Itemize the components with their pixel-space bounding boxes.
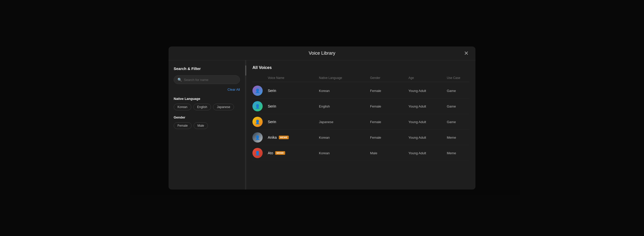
modal-title: Voice Library: [309, 51, 335, 56]
gender-cell: Female: [370, 120, 408, 124]
avatar: 👤: [252, 148, 268, 158]
age-value: Young Adult: [408, 136, 426, 139]
meme-badge: MEME: [279, 136, 289, 139]
voice-name-cell: Serin: [268, 89, 319, 93]
avatar-image: 👤: [252, 86, 263, 96]
gender-filter: Gender Female Male: [174, 115, 240, 129]
voice-name: Serin: [268, 120, 276, 124]
scroll-divider: [245, 60, 246, 190]
main-content: All Voices Voice Name Native Language Ge…: [246, 60, 475, 190]
native-language-cell: Korean: [319, 88, 370, 93]
native-language-value: Korean: [319, 89, 330, 93]
native-language-filter: Native Language Korean English Japanese: [174, 97, 240, 110]
gender-label: Gender: [174, 115, 240, 119]
gender-cell: Female: [370, 88, 408, 93]
gender-value: Female: [370, 120, 381, 124]
use-case-cell: Game: [447, 120, 475, 124]
avatar-image: 👤: [252, 101, 263, 111]
avatar-image: 👤: [252, 117, 263, 127]
age-value: Young Adult: [408, 89, 426, 93]
sidebar-title: Search & Filter: [174, 66, 240, 71]
section-title: All Voices: [252, 65, 469, 70]
scroll-thumb: [245, 65, 246, 76]
modal-body: Search & Filter 🔍 Clear All Native Langu…: [169, 60, 475, 190]
gender-value: Female: [370, 136, 381, 139]
use-case-cell: Meme: [447, 135, 475, 140]
use-case-cell: Game: [447, 88, 475, 93]
col-gender: Gender: [370, 76, 408, 80]
modal-overlay: Voice Library ✕ Search & Filter 🔍 Clear …: [0, 0, 644, 236]
age-value: Young Adult: [408, 151, 426, 155]
native-language-cell: Korean: [319, 135, 370, 140]
table-row: 👤 Serin Korean Female Young Adult: [252, 83, 469, 99]
voice-name: Serin: [268, 89, 276, 93]
avatar: 👤: [252, 101, 268, 111]
tag-female[interactable]: Female: [174, 122, 192, 129]
col-native-language: Native Language: [319, 76, 370, 80]
use-case-value: Game: [447, 104, 456, 108]
voice-name: Ato: [268, 151, 273, 155]
native-language-cell: Japanese: [319, 120, 370, 124]
sidebar: Search & Filter 🔍 Clear All Native Langu…: [169, 60, 245, 190]
use-case-value: Game: [447, 120, 456, 124]
gender-cell: Male: [370, 151, 408, 155]
native-language-value: Korean: [319, 136, 330, 139]
table-row: 👤 Ato MEME Korean Male Young Adult: [252, 145, 469, 161]
age-cell: Young Adult: [408, 135, 447, 140]
clear-all-container: Clear All: [174, 87, 240, 92]
voice-library-modal: Voice Library ✕ Search & Filter 🔍 Clear …: [169, 46, 475, 190]
search-input[interactable]: [184, 78, 236, 82]
age-cell: Young Adult: [408, 120, 447, 124]
table-row: 👤 Serin English Female Young Adult: [252, 99, 469, 114]
table-row: 👤 Serin Japanese Female Young Adult: [252, 114, 469, 130]
search-box: 🔍: [174, 75, 240, 84]
avatar-image: 👤: [252, 132, 263, 143]
modal-header: Voice Library ✕: [169, 46, 475, 60]
clear-all-button[interactable]: Clear All: [228, 88, 240, 91]
native-language-value: Japanese: [319, 120, 333, 124]
tag-english[interactable]: English: [193, 104, 211, 110]
avatar: 👤: [252, 132, 268, 143]
use-case-value: Meme: [447, 136, 456, 139]
voice-name: Anika: [268, 135, 277, 139]
gender-value: Male: [370, 151, 377, 155]
avatar: 👤: [252, 86, 268, 96]
gender-tags: Female Male: [174, 122, 240, 129]
col-age: Age: [408, 76, 447, 80]
close-button[interactable]: ✕: [462, 49, 470, 57]
table-header: Voice Name Native Language Gender Age Us…: [252, 74, 469, 82]
native-language-cell: Korean: [319, 151, 370, 155]
use-case-value: Meme: [447, 151, 456, 155]
gender-value: Female: [370, 104, 381, 108]
voice-name-cell: Ato MEME: [268, 151, 319, 155]
gender-cell: Female: [370, 135, 408, 140]
tag-japanese[interactable]: Japanese: [213, 104, 234, 110]
col-voice-name: Voice Name: [268, 76, 319, 80]
native-language-tags: Korean English Japanese: [174, 104, 240, 110]
voice-name-cell: Serin: [268, 104, 319, 108]
avatar: 👤: [252, 117, 268, 127]
use-case-value: Game: [447, 89, 456, 93]
use-case-cell: Meme: [447, 151, 469, 155]
native-language-value: Korean: [319, 151, 330, 155]
age-cell: Young Adult: [408, 88, 447, 93]
voice-name-cell: Serin: [268, 120, 319, 124]
age-value: Young Adult: [408, 104, 426, 108]
tag-male[interactable]: Male: [194, 122, 208, 129]
voice-name: Serin: [268, 104, 276, 108]
tag-korean[interactable]: Korean: [174, 104, 191, 110]
gender-value: Female: [370, 89, 381, 93]
search-icon: 🔍: [177, 78, 182, 82]
use-case-cell: Game: [447, 104, 475, 109]
native-language-value: English: [319, 104, 330, 108]
native-language-cell: English: [319, 104, 370, 109]
age-value: Young Adult: [408, 120, 426, 124]
age-cell: Young Adult: [408, 151, 447, 155]
table-row: 👤 Anika MEME Korean Female Young Adult: [252, 130, 469, 145]
gender-cell: Female: [370, 104, 408, 109]
meme-badge: MEME: [275, 151, 285, 155]
col-avatar: [252, 76, 268, 80]
col-use-case: Use Case: [447, 76, 475, 80]
voice-name-cell: Anika MEME: [268, 135, 319, 139]
native-language-label: Native Language: [174, 97, 240, 101]
